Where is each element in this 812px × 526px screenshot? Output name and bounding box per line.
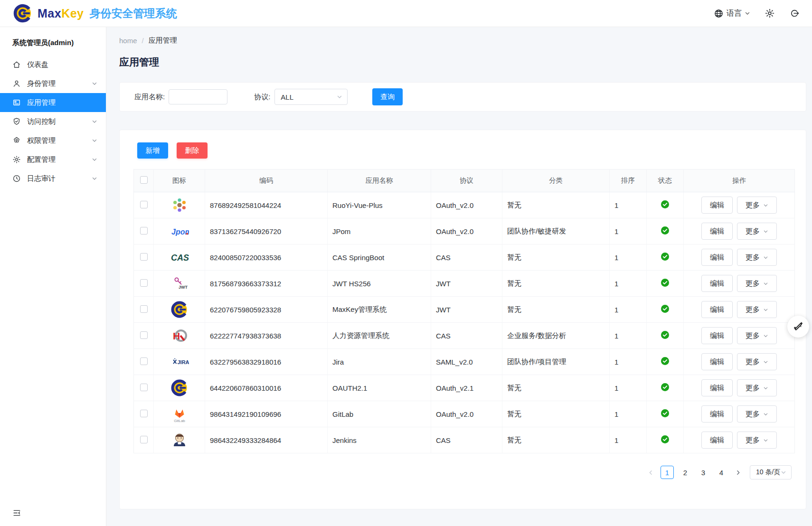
globe-icon	[714, 9, 724, 19]
sidebar-item-0[interactable]: 仪表盘	[0, 55, 106, 74]
sidebar-item-2[interactable]: 应用管理	[0, 93, 106, 112]
sidebar-item-4[interactable]: 权限管理	[0, 131, 106, 150]
more-button[interactable]: 更多	[737, 301, 777, 318]
app-code: 876892492581044224	[205, 192, 328, 218]
app-sort: 1	[610, 244, 647, 271]
more-button[interactable]: 更多	[737, 275, 777, 292]
app-code: 622227747938373638	[205, 323, 328, 349]
edit-button[interactable]: 编辑	[701, 249, 733, 266]
sidebar: 系统管理员(admin) 仪表盘身份管理应用管理访问控制权限管理配置管理日志审计	[0, 27, 106, 526]
logout-icon[interactable]	[789, 8, 800, 19]
page-size-select[interactable]: 10 条/页	[750, 465, 792, 479]
app-protocol: JWT	[431, 297, 502, 323]
row-checkbox[interactable]	[140, 279, 148, 287]
svg-text:CAS: CAS	[171, 253, 189, 263]
row-checkbox[interactable]	[140, 357, 148, 365]
language-menu[interactable]: 语言	[714, 9, 750, 19]
app-code: 817568793663373312	[205, 271, 328, 297]
more-button[interactable]: 更多	[737, 405, 777, 423]
current-user-label: 系统管理员(admin)	[0, 27, 106, 47]
edit-button[interactable]: 编辑	[701, 197, 733, 214]
row-checkbox[interactable]	[140, 384, 148, 391]
gear-icon	[12, 155, 21, 164]
more-button[interactable]: 更多	[737, 327, 777, 344]
user-icon	[12, 79, 21, 88]
sidebar-item-3[interactable]: 访问控制	[0, 112, 106, 131]
edit-button[interactable]: 编辑	[701, 405, 733, 423]
chevron-down-icon	[337, 94, 342, 100]
brand-name-key: Key	[61, 7, 84, 20]
page-number-3[interactable]: 3	[697, 466, 710, 479]
edit-button[interactable]: 编辑	[701, 327, 733, 344]
status-enabled-icon	[661, 331, 669, 339]
home-icon	[12, 60, 21, 69]
prev-page-button[interactable]	[645, 467, 656, 478]
sidebar-collapse-icon[interactable]	[12, 508, 21, 517]
more-button[interactable]: 更多	[737, 379, 777, 396]
row-checkbox[interactable]	[140, 410, 148, 417]
more-button[interactable]: 更多	[737, 432, 777, 449]
app-name-input[interactable]	[169, 89, 227, 104]
app-protocol: CAS	[431, 323, 502, 349]
edit-button[interactable]: 编辑	[701, 432, 733, 449]
page-number-2[interactable]: 2	[679, 466, 692, 479]
edit-button[interactable]: 编辑	[701, 275, 733, 292]
more-button[interactable]: 更多	[737, 249, 777, 266]
page-number-4[interactable]: 4	[715, 466, 728, 479]
app-protocol: JWT	[431, 271, 502, 297]
breadcrumb-home[interactable]: home	[119, 37, 137, 45]
delete-button[interactable]: 删除	[177, 142, 208, 159]
chevron-down-icon	[763, 333, 768, 338]
hr-logo: H	[170, 326, 189, 345]
app-window-icon	[12, 98, 21, 107]
edit-button[interactable]: 编辑	[701, 301, 733, 318]
more-button[interactable]: 更多	[737, 353, 777, 370]
ruoyi-logo	[170, 196, 189, 215]
chevron-down-icon	[745, 10, 750, 16]
add-button[interactable]: 新增	[137, 142, 168, 159]
sidebar-item-6[interactable]: 日志审计	[0, 169, 106, 188]
more-button[interactable]: 更多	[737, 197, 777, 214]
status-enabled-icon	[661, 435, 669, 443]
app-sort: 1	[610, 218, 647, 244]
app-code: 986432249333284864	[205, 427, 328, 453]
row-checkbox[interactable]	[140, 305, 148, 313]
app-sort: 1	[610, 375, 647, 401]
app-name-label: 应用名称:	[134, 93, 165, 102]
edit-button[interactable]: 编辑	[701, 379, 733, 396]
row-checkbox[interactable]	[140, 227, 148, 235]
select-all-checkbox[interactable]	[140, 176, 148, 184]
app-category: 暂无	[502, 244, 610, 271]
edit-button[interactable]: 编辑	[701, 223, 733, 240]
table-row: 876892492581044224RuoYi-Vue-PlusOAuth_v2…	[134, 192, 795, 218]
search-button[interactable]: 查询	[372, 88, 403, 105]
chevron-down-icon	[763, 229, 768, 234]
table-row: JIRA632279563832918016JiraSAML_v2.0团队协作/…	[134, 349, 795, 375]
row-checkbox[interactable]	[140, 331, 148, 339]
row-checkbox[interactable]	[140, 201, 148, 208]
row-checkbox[interactable]	[140, 253, 148, 261]
app-category: 暂无	[502, 401, 610, 427]
settings-gear-icon[interactable]	[765, 8, 775, 19]
magic-wand-fab[interactable]	[787, 316, 809, 338]
breadcrumb-separator: /	[142, 37, 144, 45]
protocol-select[interactable]: ALL	[274, 89, 348, 105]
filter-card: 应用名称: 协议: ALL 查询	[119, 82, 806, 112]
table-row: H622227747938373638人力资源管理系统CAS企业服务/数据分析1…	[134, 323, 795, 349]
row-checkbox[interactable]	[140, 436, 148, 443]
chevron-down-icon	[763, 203, 768, 208]
next-page-button[interactable]	[733, 467, 743, 478]
edit-button[interactable]: 编辑	[701, 353, 733, 370]
jpom-logo: Jpom	[170, 222, 189, 241]
status-enabled-icon	[661, 357, 669, 365]
sidebar-item-1[interactable]: 身份管理	[0, 74, 106, 93]
chevron-down-icon	[763, 307, 768, 312]
app-code: 644220607860310016	[205, 375, 328, 401]
header-actions: 语言	[714, 8, 800, 19]
app-sort: 1	[610, 401, 647, 427]
chevron-down-icon	[92, 176, 97, 181]
sidebar-item-5[interactable]: 配置管理	[0, 150, 106, 169]
more-button[interactable]: 更多	[737, 223, 777, 240]
chevron-down-icon	[92, 138, 97, 143]
page-number-1[interactable]: 1	[661, 466, 674, 479]
